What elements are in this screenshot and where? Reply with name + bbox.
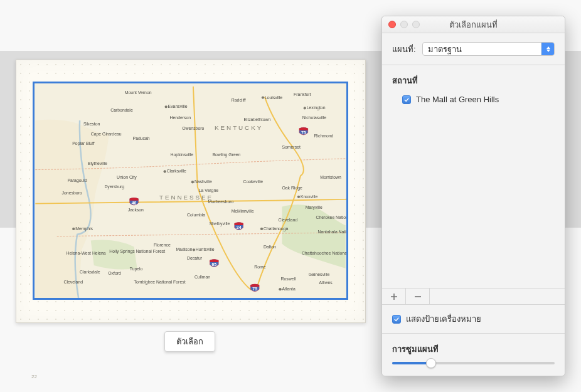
- slider-thumb[interactable]: [426, 358, 436, 368]
- map-city-label: Sikeston: [83, 122, 100, 126]
- zoom-title: การซูมแผนที: [392, 342, 555, 356]
- svg-point-7: [72, 228, 75, 230]
- svg-text:75: 75: [252, 287, 257, 291]
- svg-point-3: [304, 107, 306, 109]
- map-city-label: Cape Girardeau: [91, 132, 122, 137]
- map-city-label: Nicholasville: [302, 115, 326, 120]
- map-city-label: Rome: [254, 265, 265, 269]
- map-city-label: Elizabethtown: [244, 117, 271, 122]
- map-city-label: Jackson: [128, 208, 144, 212]
- interstate-shield-icon: 65: [210, 260, 218, 267]
- map-city-label: Dyersburg: [104, 184, 124, 189]
- map-city-label: Knoxville: [301, 194, 318, 199]
- map-city-label: La Vergne: [199, 188, 218, 193]
- map-frame[interactable]: Mount VernonCarbondaleEvansvilleHenderso…: [33, 82, 348, 300]
- svg-point-2: [262, 96, 264, 98]
- traffic-lights: [388, 21, 420, 28]
- map-city-label: Nashville: [195, 179, 212, 184]
- maximize-button[interactable]: [412, 21, 420, 28]
- map-city-label: Gainesville: [309, 272, 330, 277]
- map-city-label: Helena-West Helena: [66, 251, 105, 255]
- map-city-label: Oxford: [108, 271, 121, 275]
- map-options-panel: ตัวเลือกแผนที่ แผนที่: มาตรฐาน สถานที่ T…: [381, 16, 565, 376]
- page-number: 22: [31, 374, 37, 379]
- map-city-label: Blytheville: [88, 161, 107, 166]
- map-city-label: Cherokee National Forest: [316, 215, 346, 220]
- map-city-label: Morristown: [320, 175, 341, 179]
- map-city-label: Chattanooga: [264, 226, 288, 231]
- svg-point-10: [279, 288, 281, 290]
- map-city-label: Bowling Green: [212, 152, 240, 157]
- map-city-label: Oak Ridge: [282, 186, 302, 191]
- map-city-label: Paragould: [67, 178, 87, 183]
- svg-point-4: [164, 170, 166, 172]
- map-city-label: Owensboro: [182, 126, 204, 130]
- map-city-label: Paducah: [133, 136, 150, 140]
- map-city-label: Lexington: [307, 105, 326, 110]
- svg-text:40: 40: [132, 201, 137, 205]
- map-city-label: Nantahala National Forest: [317, 230, 346, 234]
- map-city-label: Clarksdale: [80, 270, 100, 274]
- map-city-label: Madison: [176, 247, 192, 252]
- place-checkbox[interactable]: [402, 95, 411, 104]
- map-state-label: TENNESSEE: [159, 194, 213, 201]
- svg-point-8: [260, 228, 263, 230]
- map-city-label: Louisville: [265, 95, 282, 100]
- map-city-label: Atlanta: [282, 287, 296, 291]
- map-city-label: Hopkinsville: [171, 152, 194, 157]
- list-item[interactable]: The Mall at Green Hills: [392, 93, 555, 105]
- map-city-label: Carbondale: [110, 108, 133, 112]
- svg-text:75: 75: [301, 130, 306, 135]
- svg-text:24: 24: [237, 225, 242, 230]
- map-city-label: Chattahoochee National Forest: [302, 251, 346, 255]
- close-button[interactable]: [388, 21, 396, 28]
- map-city-label: Frankfort: [294, 92, 311, 97]
- map-city-label: Tombigbee National Forest: [134, 280, 186, 285]
- map-type-value: มาตรฐาน: [428, 43, 462, 56]
- map-city-label: Tupelo: [130, 267, 143, 272]
- map-city-label: Holly Springs National Forest: [109, 249, 165, 254]
- checkmark-icon: [404, 97, 409, 102]
- svg-point-5: [191, 181, 194, 183]
- map-city-label: Maryville: [306, 205, 322, 210]
- map-city-label: Somerset: [282, 145, 300, 149]
- map-city-label: Poplar Bluff: [72, 141, 94, 146]
- panel-titlebar[interactable]: ตัวเลือกแผนที่: [382, 16, 565, 33]
- map-city-label: Athens: [319, 280, 333, 285]
- map-city-label: Memphis: [75, 226, 93, 231]
- map-city-label: Shelbyville: [209, 221, 230, 226]
- svg-text:65: 65: [212, 262, 217, 267]
- map-city-label: Decatur: [187, 256, 203, 260]
- svg-point-6: [297, 196, 300, 198]
- map-type-label: แผนที่:: [392, 43, 416, 56]
- show-labels-checkbox[interactable]: [392, 315, 401, 324]
- map-city-label: Dalton: [264, 245, 276, 249]
- map-type-select[interactable]: มาตรฐาน: [422, 42, 555, 56]
- map-city-label: Cleveland: [64, 280, 83, 284]
- places-list: The Mall at Green Hills: [382, 93, 565, 289]
- interstate-shield-icon: 24: [235, 223, 243, 230]
- map-city-label: Mount Vernon: [125, 90, 152, 95]
- map-city-label: Cookeville: [243, 179, 264, 184]
- minimize-button[interactable]: [400, 21, 408, 28]
- svg-point-9: [193, 248, 195, 251]
- options-button[interactable]: ตัวเลือก: [164, 331, 215, 352]
- slider-fill: [392, 362, 431, 364]
- map-state-label: KENTUCKY: [215, 124, 263, 131]
- zoom-slider[interactable]: [392, 362, 555, 364]
- map-canvas[interactable]: Mount VernonCarbondaleEvansvilleHenderso…: [35, 83, 346, 298]
- map-city-label: Henderson: [170, 115, 191, 120]
- map-city-label: Roswell: [280, 277, 296, 281]
- remove-place-button[interactable]: [406, 289, 430, 304]
- interstate-shield-icon: 75: [250, 284, 259, 292]
- minus-icon: [414, 293, 422, 300]
- interstate-shield-icon: 75: [299, 127, 308, 135]
- map-city-label: Cullman: [195, 275, 210, 279]
- add-place-button[interactable]: [382, 289, 406, 304]
- map-city-label: Clarksville: [167, 169, 186, 174]
- map-city-label: Huntsville: [196, 247, 215, 252]
- select-caret-icon: [541, 43, 554, 55]
- map-city-label: Jonesboro: [62, 191, 82, 195]
- map-city-label: Union City: [117, 175, 137, 180]
- interstate-shield-icon: 40: [130, 198, 139, 205]
